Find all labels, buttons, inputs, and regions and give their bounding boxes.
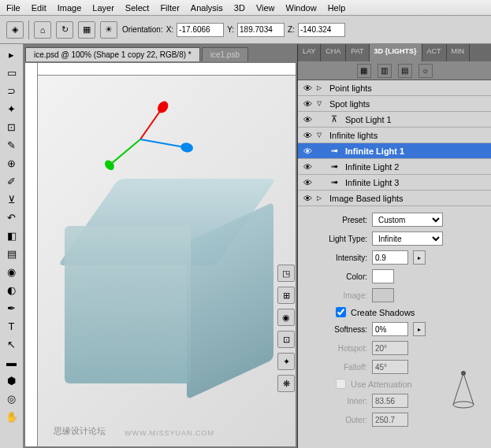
- visibility-icon[interactable]: 👁: [301, 83, 314, 93]
- marquee-tool[interactable]: ▭: [2, 64, 21, 82]
- light-group-infinite[interactable]: 👁 ▽ Infinite lights: [298, 128, 491, 143]
- light-item-inf1[interactable]: 👁 ➟ Infinite Light 1: [298, 143, 491, 159]
- twisty-icon[interactable]: ▽: [317, 131, 326, 139]
- outer-label: Outer:: [304, 416, 367, 424]
- use-attenuation-label: Use Attenuation: [351, 380, 412, 389]
- intensity-step[interactable]: ▸: [413, 250, 426, 265]
- menu-3d[interactable]: 3D: [234, 3, 245, 13]
- 3d-tool[interactable]: ⬢: [2, 372, 21, 390]
- tab-actions[interactable]: ACT: [422, 44, 447, 61]
- side-icon-4[interactable]: ⊡: [277, 331, 295, 348]
- intensity-label: Intensity:: [304, 254, 367, 262]
- filter-mesh-icon[interactable]: ▥: [378, 64, 392, 78]
- 3d-gizmo[interactable]: [101, 99, 195, 162]
- side-icon-1[interactable]: ◳: [277, 265, 295, 282]
- eyedropper-tool[interactable]: ✎: [2, 136, 21, 154]
- visibility-icon[interactable]: 👁: [301, 178, 314, 187]
- softness-input[interactable]: [372, 322, 408, 336]
- twisty-icon[interactable]: ▷: [317, 194, 326, 202]
- menu-analysis[interactable]: Analysis: [191, 3, 223, 13]
- tab-layers[interactable]: LAY: [298, 44, 321, 61]
- visibility-icon[interactable]: 👁: [301, 194, 314, 203]
- falloff-label: Falloff:: [304, 363, 367, 372]
- softness-step[interactable]: ▸: [413, 322, 426, 336]
- y-input[interactable]: [237, 23, 285, 37]
- side-icon-5[interactable]: ✦: [277, 353, 295, 370]
- side-icon-3[interactable]: ◉: [277, 309, 295, 326]
- visibility-icon[interactable]: 👁: [301, 146, 314, 156]
- inner-label: Inner:: [304, 397, 367, 405]
- lighttype-select[interactable]: Infinite: [372, 231, 443, 246]
- dodge-tool[interactable]: ◐: [2, 281, 21, 299]
- filter-scene-icon[interactable]: ▦: [357, 64, 371, 78]
- menu-edit[interactable]: Edit: [32, 3, 46, 13]
- eraser-tool[interactable]: ◧: [2, 227, 21, 245]
- light-icon[interactable]: ☀: [100, 21, 117, 39]
- visibility-icon[interactable]: 👁: [301, 162, 314, 172]
- doc-tab-inactive[interactable]: ice1.psb: [202, 47, 248, 61]
- outer-input: [372, 413, 408, 427]
- x-input[interactable]: [177, 23, 224, 37]
- visibility-icon[interactable]: 👁: [301, 131, 314, 140]
- visibility-icon[interactable]: 👁: [301, 99, 314, 109]
- tool-preset-icon[interactable]: ◈: [6, 21, 24, 39]
- tab-channels[interactable]: CHA: [321, 44, 346, 61]
- shape-tool[interactable]: ▬: [2, 354, 21, 372]
- rotate-icon[interactable]: ↻: [56, 21, 73, 39]
- preset-select[interactable]: Custom: [372, 213, 443, 227]
- blur-tool[interactable]: ◉: [2, 263, 21, 281]
- filter-material-icon[interactable]: ▤: [398, 64, 412, 78]
- light-group-spot[interactable]: 👁 ▽ Spot lights: [298, 96, 491, 112]
- doc-tab-active[interactable]: ice.psd @ 100% (Shape 1 copy 22, RGB/8) …: [25, 47, 200, 61]
- z-input[interactable]: [298, 23, 345, 37]
- light-item-spot1[interactable]: 👁 ⊼ Spot Light 1: [298, 112, 491, 128]
- light-group-image[interactable]: 👁 ▷ Image Based lights: [298, 191, 491, 206]
- gizmo-y-axis[interactable]: [110, 139, 141, 165]
- side-icon-6[interactable]: ❋: [277, 375, 295, 392]
- wand-tool[interactable]: ✦: [2, 100, 21, 118]
- color-swatch[interactable]: [372, 269, 394, 283]
- twisty-icon[interactable]: ▽: [317, 100, 326, 107]
- orientation-label: Orientation:: [122, 25, 163, 34]
- hand-tool[interactable]: ✋: [2, 408, 21, 426]
- image-label: Image:: [304, 291, 367, 300]
- create-shadows-checkbox[interactable]: [336, 307, 346, 317]
- lasso-tool[interactable]: ⊃: [2, 82, 21, 100]
- wireframe-icon[interactable]: ▦: [78, 21, 95, 39]
- menu-help[interactable]: Help: [328, 3, 346, 13]
- path-tool[interactable]: ↖: [2, 335, 21, 354]
- heal-tool[interactable]: ⊕: [2, 154, 21, 172]
- home-icon[interactable]: ⌂: [34, 21, 51, 39]
- visibility-icon[interactable]: 👁: [301, 115, 314, 124]
- history-brush-tool[interactable]: ↶: [2, 209, 21, 227]
- menu-view[interactable]: View: [256, 3, 275, 13]
- brush-tool[interactable]: ✐: [2, 172, 21, 191]
- type-tool[interactable]: T: [2, 317, 21, 335]
- menu-window[interactable]: Window: [286, 3, 317, 13]
- gradient-tool[interactable]: ▤: [2, 245, 21, 263]
- crop-tool[interactable]: ⊡: [2, 118, 21, 136]
- light-item-inf3[interactable]: 👁 ➟ Infinite Light 3: [298, 175, 491, 191]
- stamp-tool[interactable]: ⊻: [2, 191, 21, 209]
- side-icon-2[interactable]: ⊞: [277, 287, 295, 304]
- gizmo-x-axis[interactable]: [139, 106, 163, 139]
- light-group-point[interactable]: 👁 ▷ Point lights: [298, 80, 491, 96]
- twisty-icon[interactable]: ▷: [317, 84, 326, 91]
- menu-file[interactable]: File: [6, 3, 20, 13]
- menu-filter[interactable]: Filter: [160, 3, 179, 13]
- tab-paths[interactable]: PAT: [346, 44, 369, 61]
- gizmo-z-axis[interactable]: [140, 139, 187, 148]
- tab-3d-lights[interactable]: 3D {LIGHTS}: [370, 44, 422, 61]
- camera-tool[interactable]: ◎: [2, 390, 21, 408]
- menu-select[interactable]: Select: [125, 3, 150, 13]
- menu-layer[interactable]: Layer: [92, 3, 114, 13]
- menu-image[interactable]: Image: [58, 3, 82, 13]
- light-item-inf2[interactable]: 👁 ➟ Infinite Light 2: [298, 159, 491, 175]
- hotspot-input: [372, 341, 408, 355]
- move-tool[interactable]: ▸: [2, 46, 21, 64]
- tab-min[interactable]: MIN: [447, 44, 471, 61]
- canvas[interactable]: 思缘设计论坛 WWW.MISSYUAN.COM: [38, 76, 296, 446]
- pen-tool[interactable]: ✒: [2, 299, 21, 317]
- filter-light-icon[interactable]: ☼: [418, 64, 433, 78]
- intensity-input[interactable]: [372, 250, 408, 265]
